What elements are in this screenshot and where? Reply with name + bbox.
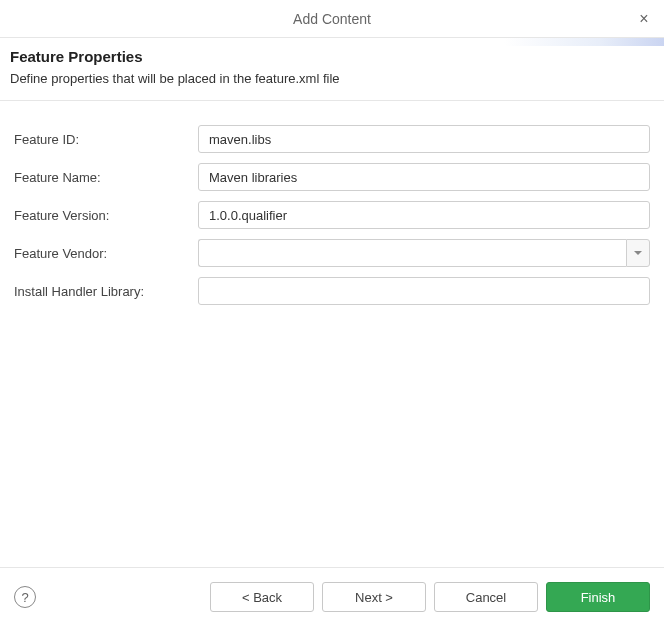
dialog-title: Add Content <box>12 11 652 27</box>
back-button[interactable]: < Back <box>210 582 314 612</box>
banner-description: Define properties that will be placed in… <box>10 71 652 86</box>
cancel-button[interactable]: Cancel <box>434 582 538 612</box>
finish-button[interactable]: Finish <box>546 582 650 612</box>
label-feature-version: Feature Version: <box>14 208 198 223</box>
input-install-handler[interactable] <box>198 277 650 305</box>
close-icon[interactable]: × <box>636 11 652 27</box>
row-feature-vendor: Feature Vendor: <box>14 239 650 267</box>
next-button[interactable]: Next > <box>322 582 426 612</box>
row-feature-version: Feature Version: <box>14 201 650 229</box>
input-feature-vendor[interactable] <box>198 239 626 267</box>
label-feature-name: Feature Name: <box>14 170 198 185</box>
dropdown-feature-vendor[interactable] <box>626 239 650 267</box>
row-feature-name: Feature Name: <box>14 163 650 191</box>
chevron-down-icon <box>633 248 643 258</box>
combo-feature-vendor[interactable] <box>198 239 650 267</box>
label-install-handler: Install Handler Library: <box>14 284 198 299</box>
form-area: Feature ID: Feature Name: Feature Versio… <box>0 101 664 567</box>
banner: Feature Properties Define properties tha… <box>0 38 664 101</box>
banner-heading: Feature Properties <box>10 48 652 65</box>
label-feature-vendor: Feature Vendor: <box>14 246 198 261</box>
titlebar: Add Content × <box>0 0 664 38</box>
input-feature-id[interactable] <box>198 125 650 153</box>
input-feature-name[interactable] <box>198 163 650 191</box>
help-icon[interactable]: ? <box>14 586 36 608</box>
row-install-handler: Install Handler Library: <box>14 277 650 305</box>
footer: ? < Back Next > Cancel Finish <box>0 567 664 630</box>
row-feature-id: Feature ID: <box>14 125 650 153</box>
label-feature-id: Feature ID: <box>14 132 198 147</box>
input-feature-version[interactable] <box>198 201 650 229</box>
